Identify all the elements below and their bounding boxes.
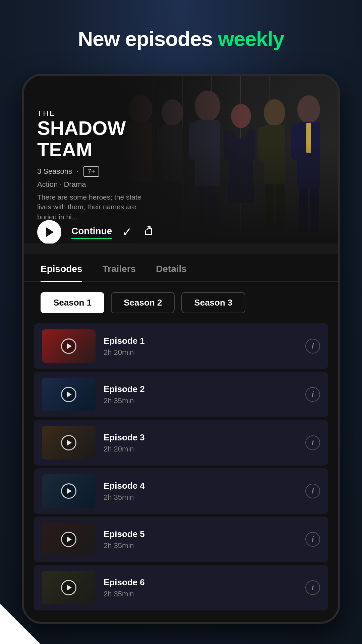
episode-info-button[interactable]: i <box>305 435 320 450</box>
episode-play-icon <box>61 580 76 595</box>
episode-play-icon <box>61 338 76 354</box>
episode-info: Episode 5 2h 35min <box>104 529 297 550</box>
episode-info-button[interactable]: i <box>305 339 320 354</box>
episode-duration: 2h 20min <box>104 348 297 357</box>
episode-item[interactable]: Episode 1 2h 20min i <box>34 323 328 369</box>
episode-info-button[interactable]: i <box>305 580 320 595</box>
episode-title: Episode 1 <box>104 336 297 346</box>
tabs-bar: Episodes Trailers Details <box>24 254 338 282</box>
episode-info-button[interactable]: i <box>305 532 320 547</box>
play-button[interactable] <box>37 220 61 244</box>
episode-duration: 2h 35min <box>104 590 297 598</box>
episode-title: Episode 5 <box>104 529 297 539</box>
tablet-device: THE SHADOW TEAM 3 Seasons · 7+ Action · … <box>22 74 340 624</box>
episode-play-icon <box>61 483 76 499</box>
episode-title: Episode 6 <box>104 577 297 588</box>
watchlist-check-icon[interactable]: ✓ <box>122 225 132 239</box>
episode-duration: 2h 35min <box>104 541 297 550</box>
play-triangle <box>67 585 72 591</box>
season-selector: Season 1 Season 2 Season 3 <box>24 282 338 323</box>
episode-info: Episode 4 2h 35min <box>104 481 297 502</box>
tab-episodes[interactable]: Episodes <box>41 264 82 282</box>
episode-title: Episode 4 <box>104 481 297 491</box>
episode-info: Episode 3 2h 20min <box>104 432 297 453</box>
play-triangle <box>67 391 72 397</box>
episode-duration: 2h 35min <box>104 396 297 405</box>
episode-title: Episode 2 <box>104 384 297 394</box>
episode-info: Episode 2 2h 35min <box>104 384 297 405</box>
show-description: There are some heroes; the state lives w… <box>37 192 151 222</box>
episode-title: Episode 3 <box>104 432 297 443</box>
episode-play-icon <box>61 435 76 450</box>
episode-thumbnail <box>42 329 96 363</box>
hero-banner: THE SHADOW TEAM 3 Seasons · 7+ Action · … <box>24 76 338 244</box>
share-icon[interactable] <box>142 225 154 239</box>
season-3-button[interactable]: Season 3 <box>181 292 245 313</box>
episode-thumbnail <box>42 378 96 411</box>
rating-badge: 7+ <box>83 166 99 177</box>
season-1-button[interactable]: Season 1 <box>41 292 104 313</box>
share-svg <box>142 225 154 236</box>
episode-play-icon <box>61 387 76 402</box>
show-logo: THE SHADOW TEAM <box>37 109 151 160</box>
show-info: THE SHADOW TEAM 3 Seasons · 7+ Action · … <box>37 109 151 222</box>
episode-info: Episode 6 2h 35min <box>104 577 297 598</box>
play-icon <box>46 227 54 237</box>
show-title-shadow: SHADOW <box>37 117 151 139</box>
episode-thumbnail <box>42 474 96 508</box>
dot-separator: · <box>77 167 79 176</box>
episode-info-button[interactable]: i <box>305 387 320 402</box>
episode-item[interactable]: Episode 2 2h 35min i <box>34 372 328 417</box>
show-meta: 3 Seasons · 7+ <box>37 166 151 177</box>
continue-label: Continue <box>71 226 112 239</box>
episode-info-button[interactable]: i <box>305 484 320 498</box>
episode-thumbnail <box>42 523 96 556</box>
episode-play-icon <box>61 532 76 547</box>
headline: New episodes weekly <box>0 27 362 51</box>
headline-highlight: weekly <box>218 27 284 50</box>
show-title-team: TEAM <box>37 139 151 160</box>
show-genres: Action · Drama <box>37 180 151 189</box>
episode-duration: 2h 20min <box>104 445 297 453</box>
episode-item[interactable]: Episode 6 2h 35min i <box>34 565 328 610</box>
headline-prefix: New episodes <box>78 27 218 50</box>
episode-list: Episode 1 2h 20min i Episode 2 2h 35min … <box>24 323 338 610</box>
tab-details[interactable]: Details <box>156 264 187 282</box>
episode-thumbnail <box>42 426 96 460</box>
play-triangle <box>67 343 72 349</box>
season-2-button[interactable]: Season 2 <box>111 292 175 313</box>
tab-trailers[interactable]: Trailers <box>102 264 136 282</box>
episode-info: Episode 1 2h 20min <box>104 336 297 357</box>
play-triangle <box>67 488 72 494</box>
episode-item[interactable]: Episode 3 2h 20min i <box>34 420 328 466</box>
action-bar: Continue ✓ <box>37 220 154 244</box>
episode-item[interactable]: Episode 4 2h 35min i <box>34 468 328 514</box>
episode-item[interactable]: Episode 5 2h 35min i <box>34 517 328 562</box>
play-triangle <box>67 440 72 446</box>
show-title-the: THE <box>37 109 151 117</box>
episode-thumbnail <box>42 571 96 604</box>
episode-duration: 2h 35min <box>104 493 297 502</box>
seasons-count: 3 Seasons <box>37 167 72 176</box>
content-area: Episodes Trailers Details Season 1 Seaso… <box>24 254 338 622</box>
play-triangle <box>67 536 72 542</box>
